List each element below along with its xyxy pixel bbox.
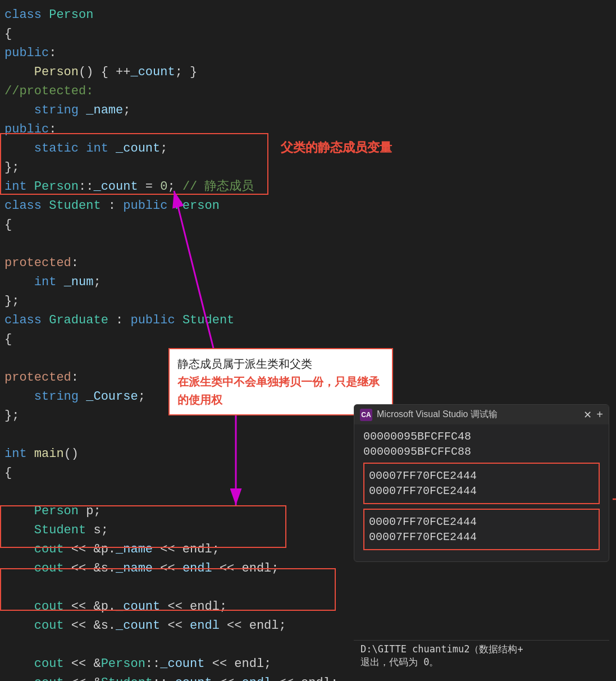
keyword-class: class [4,6,49,24]
code-line-17: class Graduate : public Student [0,311,616,330]
code-line-30: cout << &s._name << endl << endl; [0,559,616,578]
vs-box1-addr1: 00007FF70FCE2444 [369,469,594,482]
same-label: 一样 [612,492,616,509]
code-line-18: { [0,330,616,349]
vs-popup-header: CA Microsoft Visual Studio 调试输 ✕ + [354,405,609,424]
vs-box2-addr1: 00007FF70FCE2444 [369,515,594,528]
vs-bottom-text1: D:\GITTE chuantimu2（数据结构+ [361,643,603,656]
class-name-person: Person [49,6,93,24]
annotation-static-note-line2: 在派生类中不会单独拷贝一份，只是继承的使用权 [177,373,384,409]
code-line-7: public: [0,120,616,139]
code-line-33: cout << &s._count << endl << endl; [0,616,616,636]
code-line-9: }; [0,158,616,177]
code-line-5: //protected: [0,82,616,101]
code-line-3: public: [0,44,616,63]
vs-icon: CA [360,409,372,421]
code-line-2: { [0,25,616,44]
vs-box2-addr2: 00007FF70FCE2444 [369,531,594,543]
vs-box-count1: 00007FF70FCE2444 00007FF70FCE2444 [363,463,600,504]
code-line-4: Person() { ++_count; } [0,63,616,82]
code-line-31 [0,578,616,597]
code-line-14: protected: [0,254,616,273]
code-line-16: }; [0,292,616,311]
vs-box1-addr2: 00007FF70FCE2444 [369,485,594,497]
vs-addr1: 00000095BFCFFC48 [363,430,600,443]
vs-bottom-bar: D:\GITTE chuantimu2（数据结构+ 退出，代码为 0。 [354,640,609,671]
code-line-12: { [0,216,616,235]
code-editor: class Person { public: Person() { ++_cou… [0,0,616,681]
code-line-6: string _name; [0,101,616,120]
vs-popup-title: Microsoft Visual Studio 调试输 [377,409,583,421]
vs-box-count2: 00007FF70FCE2444 00007FF70FCE2444 [363,509,600,550]
annotation-static-note-line1: 静态成员属于派生类和父类 [177,355,384,373]
code-line-32: cout << &p._count << endl; [0,597,616,616]
vs-addr2: 00000095BFCFFC88 [363,445,600,458]
code-line-36: cout << &Student::_count << endl << endl… [0,674,616,681]
vs-popup: CA Microsoft Visual Studio 调试输 ✕ + 00000… [354,404,609,562]
code-line-10: int Person::_count = 0; // 静态成员 [0,177,616,196]
code-line-15: int _num; [0,273,616,292]
code-line-11: class Student : public Person [0,196,616,216]
vs-popup-add[interactable]: + [596,408,603,421]
vs-popup-close[interactable]: ✕ [583,409,592,421]
vs-bottom-text2: 退出，代码为 0。 [361,656,603,669]
code-line-13 [0,235,616,254]
annotation-static-member-text: 父类的静态成员变量 [281,139,392,156]
code-line-1: class Person [0,6,616,25]
